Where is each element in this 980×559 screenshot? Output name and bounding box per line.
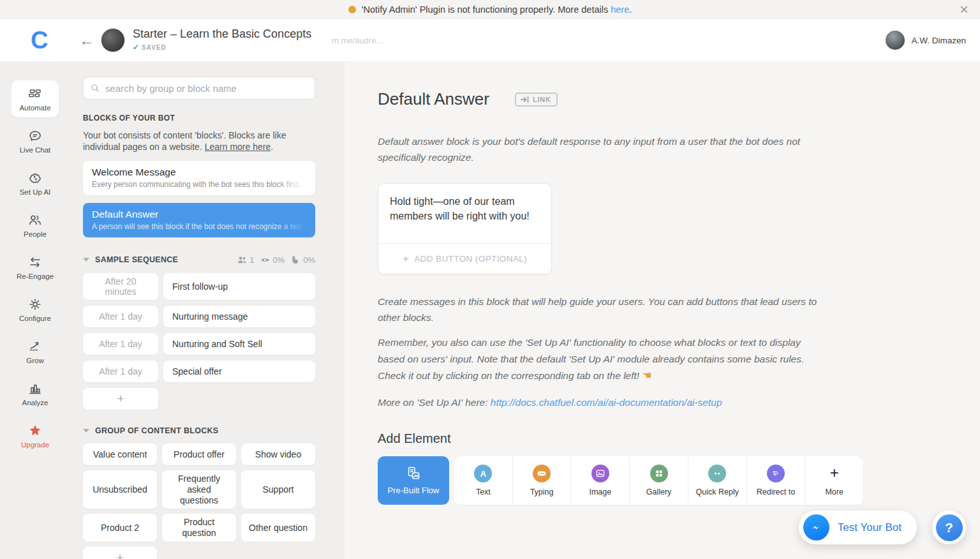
add-button-label: ADD BUTTON (OPTIONAL) xyxy=(414,254,527,264)
sequence-delay[interactable]: After 20 minutes xyxy=(83,273,158,300)
block-card-default-answer[interactable]: Default Answer A person will see this bl… xyxy=(83,203,315,237)
plus-icon: + xyxy=(830,465,839,482)
element-text[interactable]: A Text xyxy=(454,456,512,505)
sidebar-label: Analyze xyxy=(22,399,48,406)
block-subtitle: A person will see this block if the bot … xyxy=(92,222,306,231)
sidebar-item-re-engage[interactable]: Re-Engage xyxy=(11,249,59,286)
stat-clicks: 0% xyxy=(291,255,315,265)
group-block[interactable]: Support xyxy=(241,470,315,509)
chatfuel-app: 'Notify Admin' Plugin is not functioning… xyxy=(0,0,980,559)
user-avatar[interactable] xyxy=(886,31,905,50)
pre-built-flow-button[interactable]: Pre-Built Flow xyxy=(378,456,449,505)
sequence-block[interactable]: Special offer xyxy=(163,361,315,382)
search-input[interactable] xyxy=(105,83,308,94)
bot-title[interactable]: Starter – Learn the Basic Concepts xyxy=(133,27,311,41)
sequence-delay[interactable]: After 1 day xyxy=(83,361,158,382)
close-icon[interactable]: × xyxy=(960,0,969,19)
sidebar-label: Grow xyxy=(26,357,43,364)
group-header: GROUP OF CONTENT BLOCKS xyxy=(83,426,315,435)
group-block[interactable]: Frequently asked questions xyxy=(162,470,236,509)
sequence-delay[interactable]: After 1 day xyxy=(83,306,158,327)
sidebar-item-upgrade[interactable]: Upgrade xyxy=(11,417,59,454)
message-text[interactable]: Hold tight—one of our team members will … xyxy=(378,184,551,243)
sidebar-label: People xyxy=(24,230,47,238)
sequence-block[interactable]: Nurturing message xyxy=(163,306,315,327)
sequence-delay[interactable]: After 1 day xyxy=(83,333,158,355)
swap-arrows-icon xyxy=(27,255,43,270)
group-block[interactable]: Other question xyxy=(241,514,315,542)
sidebar-item-configure[interactable]: Configure xyxy=(11,291,59,328)
notification-link[interactable]: here xyxy=(611,4,629,15)
add-group-block-button[interactable]: + xyxy=(83,547,157,559)
sidebar-item-set-up-ai[interactable]: Set Up AI xyxy=(11,165,59,202)
link-arrow-icon xyxy=(521,96,530,103)
sidebar-item-live-chat[interactable]: Live Chat xyxy=(11,123,59,160)
pointing-left-hand-icon: ☚ xyxy=(642,369,651,382)
question-mark-icon: ? xyxy=(936,514,963,541)
search-box[interactable] xyxy=(83,77,315,100)
back-arrow-icon[interactable]: ← xyxy=(79,31,94,49)
warning-dot-icon xyxy=(348,6,356,13)
block-card-welcome-message[interactable]: Welcome Message Every person communicati… xyxy=(83,161,315,195)
group-block[interactable]: Show video xyxy=(241,443,315,465)
stat-views: 0% xyxy=(260,255,285,265)
add-element-bar: Pre-Built Flow A Text Typing xyxy=(378,456,980,505)
sidebar-item-grow[interactable]: Grow xyxy=(11,333,59,370)
element-label: Typing xyxy=(530,488,554,496)
element-image[interactable]: Image xyxy=(570,456,629,505)
user-menu[interactable]: A.W. Dimazen xyxy=(886,31,966,50)
element-quick-reply[interactable]: Quick Reply xyxy=(688,456,746,505)
element-label: Gallery xyxy=(646,488,672,496)
bot-url[interactable]: m.me/audre... xyxy=(332,36,383,45)
docs-link[interactable]: http://docs.chatfuel.com/ai/ai-documenta… xyxy=(491,397,722,408)
element-more[interactable]: + More xyxy=(805,456,863,505)
collapse-triangle-icon[interactable] xyxy=(83,258,89,262)
page-title: Default Answer xyxy=(378,89,489,109)
message-card[interactable]: Hold tight—one of our team members will … xyxy=(378,183,552,274)
notification-message: 'Notify Admin' Plugin is not functioning… xyxy=(362,4,611,15)
group-block[interactable]: Value content xyxy=(83,443,157,465)
collapse-triangle-icon[interactable] xyxy=(83,429,89,433)
sequence-block[interactable]: First follow-up xyxy=(163,273,315,300)
sidebar-label: Automate xyxy=(19,104,50,112)
sidebar-item-analyze[interactable]: Analyze xyxy=(11,375,59,412)
blocks-panel: BLOCKS OF YOUR BOT Your bot consists of … xyxy=(70,61,345,559)
sequence-block[interactable]: Nurturing and Soft Sell xyxy=(163,333,315,355)
test-your-bot-button[interactable]: Test Your Bot xyxy=(799,511,917,544)
sidebar-label: Upgrade xyxy=(21,441,49,449)
block-editor: Default Answer LINK Default answer block… xyxy=(345,61,980,559)
header: C ← Starter – Learn the Basic Concepts ✓… xyxy=(0,19,980,61)
link-badge[interactable]: LINK xyxy=(515,93,558,107)
sidebar-item-automate[interactable]: Automate xyxy=(11,80,59,117)
bot-avatar[interactable] xyxy=(101,28,125,52)
group-block[interactable]: Product offer xyxy=(162,443,236,465)
group-title[interactable]: GROUP OF CONTENT BLOCKS xyxy=(95,426,218,435)
group-block[interactable]: Unsubscribed xyxy=(83,470,157,509)
sequence-stats: 1 0% 0% xyxy=(237,255,315,265)
element-label: Quick Reply xyxy=(696,488,739,496)
sidebar-item-people[interactable]: People xyxy=(11,207,59,244)
search-icon xyxy=(90,83,100,93)
block-subtitle: Every person communicating with the bot … xyxy=(92,180,306,189)
people-icon xyxy=(27,212,43,228)
sample-sequence-title[interactable]: SAMPLE SEQUENCE xyxy=(95,255,178,264)
chatfuel-logo[interactable]: C xyxy=(31,27,47,54)
element-typing[interactable]: Typing xyxy=(512,456,571,505)
blocks-section-header: BLOCKS OF YOUR BOT xyxy=(83,114,315,123)
group-block[interactable]: Product question xyxy=(162,514,236,542)
add-button-optional[interactable]: + ADD BUTTON (OPTIONAL) xyxy=(378,243,551,274)
element-label: More xyxy=(825,488,843,496)
group-block[interactable]: Product 2 xyxy=(83,514,157,542)
sample-sequence-header: SAMPLE SEQUENCE 1 0% 0% xyxy=(83,255,315,265)
element-redirect-to[interactable]: Redirect to xyxy=(746,456,805,505)
add-sequence-button[interactable]: + xyxy=(83,388,158,410)
bar-chart-icon xyxy=(27,381,43,396)
help-button[interactable]: ? xyxy=(932,511,966,544)
sample-sequence-list: After 20 minutes First follow-up After 1… xyxy=(83,273,315,410)
element-gallery[interactable]: Gallery xyxy=(629,456,688,505)
guide-text-2: Remember, you also can use the 'Set Up A… xyxy=(378,334,828,384)
element-type-group: A Text Typing Image xyxy=(454,456,863,505)
learn-more-link[interactable]: Learn more here xyxy=(205,142,271,152)
element-label: Image xyxy=(589,488,611,496)
star-icon xyxy=(27,423,43,438)
